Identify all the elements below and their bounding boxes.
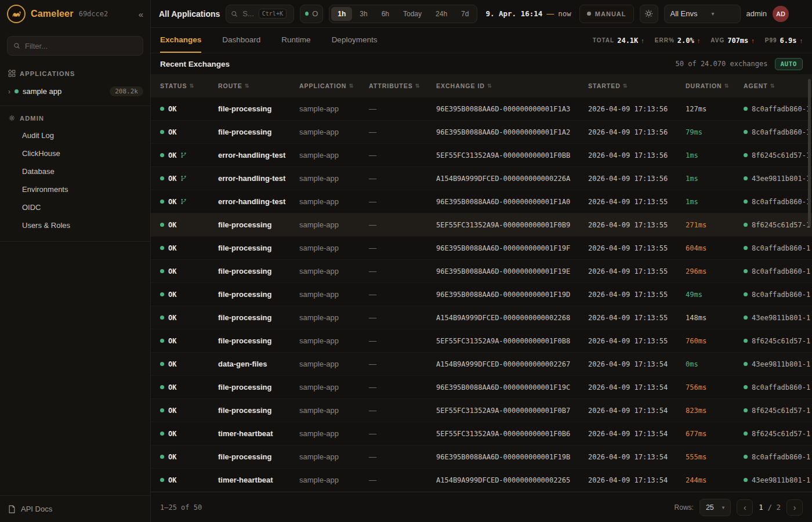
app-title: Cameleer <box>31 9 74 19</box>
tab-dashboard[interactable]: Dashboard <box>222 28 260 53</box>
table-row[interactable]: OK file-processing sample-app — 5EF55FC3… <box>151 213 812 237</box>
agent-status-dot <box>744 455 748 459</box>
agent-cell: 8c0affadb860-1 <box>734 128 812 136</box>
api-docs-link[interactable]: API Docs <box>0 495 150 522</box>
application-cell: sample-app <box>290 220 360 229</box>
tab-deployments[interactable]: Deployments <box>332 28 378 53</box>
route-cell: data-gen-files <box>209 360 290 368</box>
duration-cell: 760ms <box>676 337 734 345</box>
table-row[interactable]: OK file-processing sample-app — 96E395B0… <box>151 237 812 260</box>
route-cell: file-processing <box>209 128 290 136</box>
range-button-7d[interactable]: 7d <box>455 7 475 21</box>
range-button-1h[interactable]: 1h <box>331 7 352 21</box>
table-row[interactable]: OK file-processing sample-app — 96E395B0… <box>151 283 812 306</box>
status-label: OK <box>168 383 176 392</box>
expand-chevron-icon[interactable]: › <box>8 88 10 96</box>
range-button-24h[interactable]: 24h <box>429 7 454 21</box>
agent-id-label: 8c0affadb860-1 <box>752 198 810 206</box>
status-cell: OK <box>151 337 209 345</box>
theme-toggle-button[interactable] <box>640 5 658 23</box>
started-cell: 2026-04-09 17:13:55 <box>579 337 676 345</box>
exchange-id-cell: 96E395B0088AA6D-000000000001F19C <box>427 383 579 392</box>
admin-section-header: ADMIN <box>0 106 150 126</box>
manual-refresh-button[interactable]: MANUAL <box>579 5 634 23</box>
sidebar-item-clickhouse[interactable]: ClickHouse <box>0 144 150 162</box>
table-row[interactable]: OK timer-heartbeat sample-app — A154B9A9… <box>151 469 812 492</box>
table-row[interactable]: OK error-handling-test sample-app — 96E3… <box>151 190 812 213</box>
table-row[interactable]: OK file-processing sample-app — 96E395B0… <box>151 260 812 283</box>
range-button-6h[interactable]: 6h <box>375 7 396 21</box>
application-cell: sample-app <box>290 128 360 136</box>
table-row[interactable]: OK file-processing sample-app — 96E395B0… <box>151 445 812 469</box>
date-range[interactable]: 9. Apr. 16:14 — now <box>483 9 573 18</box>
avatar[interactable]: AD <box>773 6 789 22</box>
sidebar-item-sample-app[interactable]: › sample app 208.2k <box>0 82 150 101</box>
route-cell: file-processing <box>209 267 290 276</box>
range-button-3h[interactable]: 3h <box>353 7 374 21</box>
tab-runtime[interactable]: Runtime <box>281 28 310 53</box>
status-ok-dot <box>160 107 164 111</box>
next-page-button[interactable]: › <box>786 499 803 516</box>
sidebar-item-users-roles[interactable]: Users & Roles <box>0 216 150 234</box>
sidebar-collapse-icon[interactable]: « <box>139 9 143 19</box>
range-button-today[interactable]: Today <box>397 7 428 21</box>
sidebar-item-environments[interactable]: Environments <box>0 180 150 198</box>
scrollbar-thumb[interactable] <box>808 79 811 227</box>
table-row[interactable]: OK file-processing sample-app — 96E395B0… <box>151 121 812 144</box>
admin-nav: Audit LogClickHouseDatabaseEnvironmentsO… <box>0 126 150 234</box>
attributes-cell: — <box>360 151 427 160</box>
column-header-route[interactable]: ROUTE⇅ <box>209 82 290 89</box>
table-row[interactable]: OK data-gen-files sample-app — A154B9A99… <box>151 353 812 376</box>
column-header-exchange-id[interactable]: EXCHANGE ID⇅ <box>427 82 579 89</box>
table-row[interactable]: OK error-handling-test sample-app — 5EF5… <box>151 144 812 167</box>
sidebar-item-oidc[interactable]: OIDC <box>0 198 150 216</box>
agent-status-dot <box>744 385 748 389</box>
attributes-cell: — <box>360 244 427 252</box>
agent-cell: 43ee9811b801-1 <box>734 476 812 484</box>
status-cell: OK <box>151 453 209 461</box>
table-row[interactable]: OK file-processing sample-app — 5EF55FC3… <box>151 399 812 422</box>
sidebar-item-database[interactable]: Database <box>0 162 150 180</box>
agent-cell: 8c0affadb860-1 <box>734 383 812 392</box>
table-row[interactable]: OK error-handling-test sample-app — A154… <box>151 167 812 190</box>
status-ok-dot <box>160 362 164 366</box>
search-input[interactable]: S... Ctrl+K <box>226 5 294 23</box>
table-row[interactable]: OK file-processing sample-app — 96E395B0… <box>151 376 812 399</box>
agent-id-label: 43ee9811b801-1 <box>752 175 810 183</box>
rows-per-page-select[interactable]: 25 ▾ <box>699 499 731 516</box>
tab-exchanges[interactable]: Exchanges <box>160 28 201 53</box>
app-status-dot <box>14 89 19 93</box>
username-label: admin <box>746 9 767 18</box>
column-header-started[interactable]: STARTED⇅ <box>579 82 676 89</box>
sidebar-item-audit-log[interactable]: Audit Log <box>0 126 150 144</box>
duration-cell: 1ms <box>676 175 734 183</box>
cameleer-logo-icon <box>7 5 26 23</box>
table-row[interactable]: OK file-processing sample-app — 5EF55FC3… <box>151 329 812 353</box>
prev-page-button[interactable]: ‹ <box>737 499 753 516</box>
status-label: OK <box>168 151 176 160</box>
agent-status-dot <box>744 269 748 273</box>
search-shortcut-badge: Ctrl+K <box>259 9 287 19</box>
exchange-id-cell: A154B9A999DFCED-000000000000226A <box>427 175 579 183</box>
fork-icon <box>180 175 187 182</box>
application-cell: sample-app <box>290 197 360 206</box>
table-body: OK file-processing sample-app — 96E395B0… <box>151 97 812 492</box>
column-header-application[interactable]: APPLICATION⇅ <box>290 82 360 89</box>
column-header-status[interactable]: STATUS⇅ <box>151 82 209 89</box>
table-row[interactable]: OK file-processing sample-app — A154B9A9… <box>151 306 812 329</box>
env-select[interactable]: All Envs ▾ <box>664 5 741 23</box>
column-header-duration[interactable]: DURATION⇅ <box>676 82 734 89</box>
column-header-agent[interactable]: AGENT⇅ <box>734 82 812 89</box>
errors-only-toggle[interactable]: O <box>300 5 323 23</box>
table-row[interactable]: OK file-processing sample-app — 96E395B0… <box>151 97 812 121</box>
sidebar-filter-input[interactable]: Filter... <box>7 36 143 56</box>
sort-icon: ⇅ <box>623 83 628 89</box>
column-header-attributes[interactable]: ATTRIBUTES⇅ <box>360 82 427 89</box>
agent-id-label: 8c0affadb860-1 <box>752 267 810 276</box>
auto-refresh-badge[interactable]: AUTO <box>775 58 803 70</box>
table-row[interactable]: OK timer-heartbeat sample-app — 5EF55FC3… <box>151 422 812 445</box>
status-ok-dot <box>160 408 164 412</box>
chevron-down-icon: ▾ <box>722 505 725 510</box>
agent-cell: 8c0affadb860-1 <box>734 453 812 461</box>
sort-icon: ⇅ <box>770 83 775 89</box>
